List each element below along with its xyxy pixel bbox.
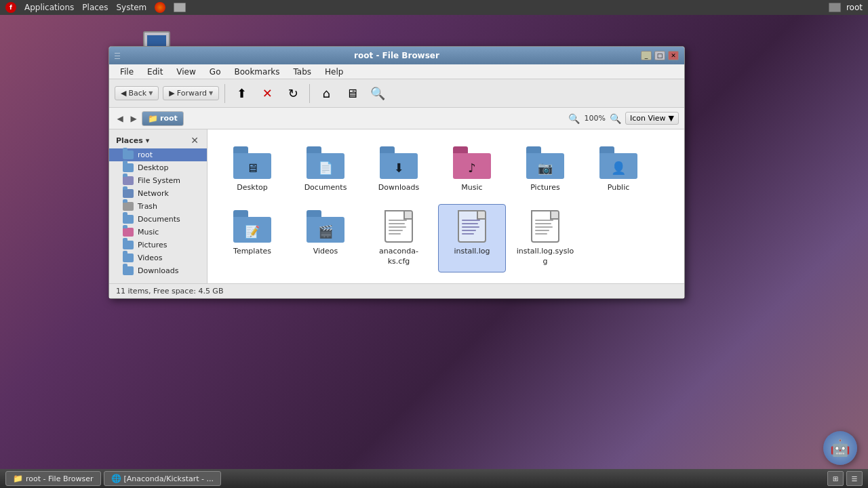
menu-bookmarks[interactable]: Bookmarks (229, 66, 285, 78)
taskbar-anaconda-icon: 🌐 (111, 474, 121, 483)
sidebar-item-videos[interactable]: Videos (109, 251, 207, 264)
zoom-bar: 🔍 100% 🔍 Icon View ▼ (568, 112, 679, 125)
forward-button[interactable]: ▶ Forward ▼ (163, 86, 219, 100)
file-item-documents[interactable]: 📄 Documents (292, 140, 359, 199)
folder-body-public: 👤 (599, 153, 637, 179)
sidebar-item-desktop[interactable]: Desktop (109, 161, 207, 174)
sidebar-item-downloads[interactable]: Downloads (109, 264, 207, 277)
sidebar-folder-icon-root (123, 150, 134, 159)
taskbar-item-filebrowser[interactable]: 📁 root - File Browser (5, 471, 101, 486)
sidebar-item-root[interactable]: root (109, 148, 207, 161)
menu-go[interactable]: Go (204, 66, 226, 78)
sidebar-folder-icon-network (123, 189, 134, 198)
top-menu-applications[interactable]: Applications (24, 3, 74, 12)
taskbar-list-view-btn[interactable]: ☰ (846, 471, 863, 486)
menu-file[interactable]: File (115, 66, 139, 78)
sidebar-label-trash: Trash (138, 202, 157, 211)
sidebar-item-trash[interactable]: Trash (109, 200, 207, 213)
folder-icon-videos: 🎬 (307, 210, 344, 243)
top-menu-places[interactable]: Places (82, 3, 108, 12)
taskbar-item-anaconda[interactable]: 🌐 [Anaconda/Kickstart - ... (104, 471, 221, 486)
text-file-icon-anaconda (382, 210, 415, 243)
zoom-out-icon[interactable]: 🔍 (568, 113, 580, 124)
window-maximize-button[interactable]: □ (654, 51, 665, 60)
file-item-videos[interactable]: 🎬 Videos (292, 204, 359, 272)
sidebar-header[interactable]: Places ▾ ✕ (109, 132, 207, 148)
tfl-4 (389, 230, 403, 231)
sidebar-item-music[interactable]: Music (109, 226, 207, 239)
sidebar-folder-icon-filesystem (123, 176, 134, 185)
window-minimize-button[interactable]: _ (641, 51, 652, 60)
file-label-pictures: Pictures (530, 183, 560, 192)
window-close-button[interactable]: ✕ (668, 51, 679, 60)
folder-icon-pictures: 📷 (526, 146, 564, 179)
file-browser-window: root - File Browser _ □ ✕ File Edit View… (108, 46, 685, 299)
sidebar-close-button[interactable]: ✕ (189, 135, 200, 146)
text-file-install-log-lines (462, 220, 482, 235)
stop-button[interactable]: ✕ (256, 83, 278, 104)
file-item-install-log[interactable]: install.log (438, 204, 506, 272)
sidebar-item-pictures[interactable]: Pictures (109, 239, 207, 251)
folder-icon-public: 👤 (599, 146, 637, 179)
sidebar-folder-icon-pictures (123, 241, 134, 249)
location-bar: ◀ ▶ 📁 root 🔍 100% 🔍 Icon View ▼ (109, 108, 684, 129)
toolbar: ◀ Back ▼ ▶ Forward ▼ ⬆ ✕ ↻ ⌂ 🖥 🔍 (109, 79, 684, 108)
tfl-il-2 (462, 223, 478, 224)
sidebar-item-network[interactable]: Network (109, 187, 207, 200)
sidebar-item-documents[interactable]: Documents (109, 213, 207, 226)
folder-body-downloads: ⬇ (380, 153, 418, 179)
menu-edit[interactable]: Edit (142, 66, 168, 78)
file-item-desktop[interactable]: 🖥 Desktop (218, 140, 286, 199)
firefox-icon[interactable] (155, 2, 165, 13)
toolbar-separator-2 (309, 84, 310, 103)
back-button[interactable]: ◀ Back ▼ (115, 86, 159, 100)
menu-tabs[interactable]: Tabs (288, 66, 317, 78)
taskbar-grid-view-btn[interactable]: ⊞ (827, 471, 844, 486)
root-location-label: root (160, 114, 178, 123)
computer-button[interactable]: 🖥 (341, 83, 363, 104)
root-folder-icon: 📁 (148, 114, 158, 123)
back-dropdown-arrow[interactable]: ▼ (149, 90, 153, 96)
text-file-syslog-lines (535, 220, 555, 235)
text-file-install-log-shape (458, 210, 486, 243)
menu-help[interactable]: Help (319, 66, 349, 78)
text-file-anaconda-shape (384, 210, 413, 243)
view-mode-select[interactable]: Icon View ▼ (625, 112, 679, 125)
zoom-in-icon[interactable]: 🔍 (610, 113, 621, 124)
file-item-music[interactable]: ♪ Music (438, 140, 506, 199)
reload-button[interactable]: ↻ (282, 83, 304, 104)
folder-body-templates: 📝 (233, 217, 271, 243)
top-menu-system[interactable]: System (116, 3, 146, 12)
folder-icon-templates: 📝 (233, 210, 271, 243)
sidebar-folder-icon-documents (123, 215, 134, 224)
network-icon-top[interactable] (174, 3, 186, 12)
file-item-pictures[interactable]: 📷 Pictures (511, 140, 579, 199)
file-item-downloads[interactable]: ⬇ Downloads (365, 140, 433, 199)
window-titlebar: root - File Browser _ □ ✕ (109, 47, 684, 64)
root-location-button[interactable]: 📁 root (142, 111, 184, 126)
sidebar-label-filesystem: File System (138, 176, 180, 185)
file-label-anaconda-cfg: anaconda-ks.cfg (368, 247, 429, 266)
sidebar-item-filesystem[interactable]: File System (109, 174, 207, 187)
sidebar-dropdown-icon: ▾ (146, 136, 150, 145)
loc-forward-arrow[interactable]: ▶ (128, 113, 139, 124)
loc-back-arrow[interactable]: ◀ (115, 113, 125, 124)
folder-emblem-downloads: ⬇ (393, 161, 403, 175)
file-item-public[interactable]: 👤 Public (585, 140, 652, 199)
file-item-anaconda-cfg[interactable]: anaconda-ks.cfg (365, 204, 433, 272)
menu-view[interactable]: View (171, 66, 201, 78)
file-item-install-log-syslog[interactable]: install.log.syslog (511, 204, 579, 272)
file-label-videos: Videos (313, 247, 338, 256)
folder-emblem-documents: 📄 (318, 161, 333, 175)
grip-line-3 (115, 58, 120, 59)
window-controls: _ □ ✕ (641, 51, 679, 60)
taskbar-anaconda-label: [Anaconda/Kickstart - ... (124, 474, 214, 483)
folder-emblem-desktop: 🖥 (246, 161, 258, 175)
home-button[interactable]: ⌂ (315, 83, 337, 104)
file-label-install-log-syslog: install.log.syslog (515, 247, 576, 266)
folder-icon-downloads: ⬇ (380, 146, 418, 179)
search-button[interactable]: 🔍 (367, 83, 389, 104)
file-item-templates[interactable]: 📝 Templates (218, 204, 286, 272)
forward-dropdown-arrow[interactable]: ▼ (209, 90, 213, 96)
up-button[interactable]: ⬆ (231, 83, 252, 104)
